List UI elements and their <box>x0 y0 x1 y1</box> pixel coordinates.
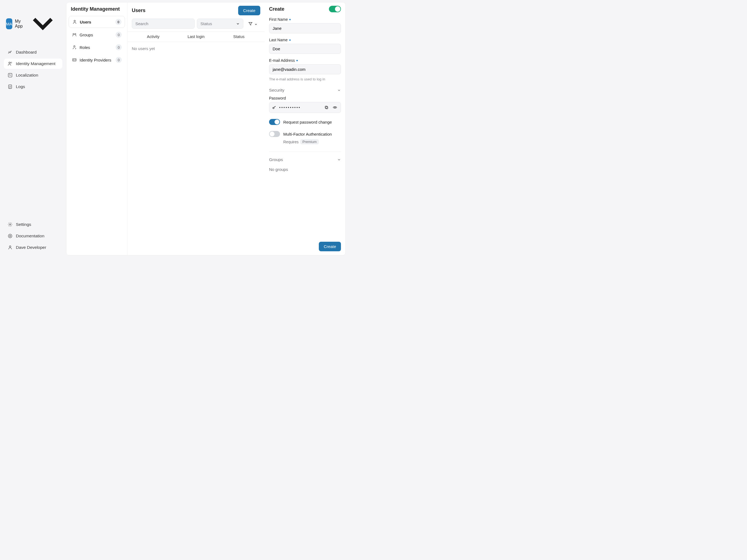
eye-icon <box>333 105 337 110</box>
svg-point-8 <box>74 20 75 22</box>
required-indicator <box>289 19 291 20</box>
groups-section[interactable]: Groups <box>269 153 341 162</box>
svg-point-9 <box>73 34 74 35</box>
main-title: Users <box>132 8 146 14</box>
key-icon <box>272 105 277 110</box>
nav-label: Dashboard <box>16 50 36 55</box>
svg-point-0 <box>9 62 10 63</box>
nav-label: Identity Management <box>16 61 55 66</box>
last-name-label: Last Name <box>269 38 341 42</box>
filter-button[interactable] <box>246 19 260 28</box>
svg-rect-16 <box>325 106 327 108</box>
chevron-down-icon <box>25 6 60 42</box>
subnav-roles[interactable]: Roles 0 <box>69 42 125 53</box>
sidebar: MA My App Dashboard Identity Management … <box>0 0 66 258</box>
nav-logs[interactable]: Logs <box>4 81 62 92</box>
footer-user[interactable]: Dave Developer <box>4 242 62 253</box>
nav-label: Logs <box>16 84 25 89</box>
col-activity: Activity <box>132 34 175 39</box>
subnav-label: Users <box>80 20 91 24</box>
users-icon <box>8 61 12 66</box>
subnav-label: Identity Providers <box>80 58 111 62</box>
chevron-down-icon <box>236 22 240 26</box>
reveal-button[interactable] <box>332 104 338 110</box>
chevron-down-icon <box>337 158 341 161</box>
copy-button[interactable] <box>324 105 329 110</box>
primary-nav: Dashboard Identity Management Localizati… <box>4 47 62 92</box>
user-icon <box>8 245 12 250</box>
chevron-down-icon <box>337 88 341 92</box>
help-icon <box>8 233 12 238</box>
app-name: My App <box>15 19 23 29</box>
required-indicator <box>289 40 291 41</box>
chart-icon <box>8 50 12 55</box>
password-input[interactable]: •••••••••• <box>269 102 341 113</box>
footer-label: Documentation <box>16 233 44 238</box>
role-icon <box>72 45 77 50</box>
groups-empty: No groups <box>269 167 341 172</box>
footer-docs[interactable]: Documentation <box>4 231 62 241</box>
mfa-sublabel: Requires Premium <box>283 139 341 144</box>
count-badge: 0 <box>115 44 122 50</box>
last-name-input[interactable] <box>269 44 341 54</box>
app-switcher[interactable]: MA My App <box>4 5 62 43</box>
id-card-icon <box>72 57 77 62</box>
table-header: Activity Last login Status <box>127 31 265 42</box>
create-button[interactable]: Create <box>238 6 260 15</box>
chevron-down-icon <box>254 22 258 25</box>
status-placeholder: Status <box>200 21 212 26</box>
svg-rect-15 <box>326 107 328 109</box>
clipboard-icon <box>8 84 12 89</box>
svg-point-17 <box>334 107 335 108</box>
subnav-label: Roles <box>80 45 90 50</box>
subnav-idp[interactable]: Identity Providers 0 <box>69 54 125 66</box>
count-badge: 0 <box>115 57 122 63</box>
svg-point-13 <box>73 59 74 60</box>
app-avatar: MA <box>6 18 12 29</box>
col-last-login: Last login <box>175 34 217 39</box>
enabled-toggle[interactable] <box>329 6 341 12</box>
copy-icon <box>324 105 329 110</box>
password-mask: •••••••••• <box>279 105 321 110</box>
globe-icon <box>8 73 12 78</box>
svg-point-6 <box>9 235 11 237</box>
form-title: Create <box>269 6 284 12</box>
mfa-label: Multi-Factor Authentication <box>283 132 332 136</box>
subnav-groups[interactable]: Groups 0 <box>69 29 125 41</box>
subnav-title: Identity Management <box>67 2 127 16</box>
search-input[interactable] <box>132 19 195 29</box>
svg-point-11 <box>74 46 75 47</box>
footer-settings[interactable]: Settings <box>4 219 62 230</box>
empty-state: No users yet <box>127 42 265 55</box>
gear-icon <box>8 222 12 227</box>
security-section[interactable]: Security <box>269 83 341 93</box>
password-label: Password <box>269 96 341 100</box>
svg-point-1 <box>11 62 12 63</box>
email-label: E-mail Address <box>269 58 341 62</box>
subnav-users[interactable]: Users 0 <box>69 16 125 28</box>
email-helper: The e-mail address is used to log in <box>269 77 341 81</box>
nav-dashboard[interactable]: Dashboard <box>4 47 62 57</box>
email-input[interactable] <box>269 64 341 74</box>
nav-localization[interactable]: Localization <box>4 70 62 80</box>
subnav-label: Groups <box>80 32 93 37</box>
first-name-input[interactable] <box>269 23 341 33</box>
svg-point-14 <box>273 107 274 109</box>
subnav-panel: Identity Management Users 0 Groups 0 Rol… <box>66 2 127 255</box>
pw-change-toggle[interactable] <box>269 119 280 125</box>
nav-identity-mgmt[interactable]: Identity Management <box>4 58 62 69</box>
submit-button[interactable]: Create <box>319 242 341 251</box>
required-indicator <box>297 60 298 61</box>
nav-label: Localization <box>16 73 38 78</box>
user-icon <box>72 19 77 24</box>
group-icon <box>72 32 77 37</box>
count-badge: 0 <box>115 19 121 25</box>
count-badge: 0 <box>115 32 122 38</box>
first-name-label: First Name <box>269 17 341 22</box>
pw-change-label: Request password change <box>283 120 332 124</box>
premium-badge: Premium <box>300 139 319 144</box>
mfa-toggle[interactable] <box>269 131 280 137</box>
svg-point-5 <box>8 234 12 238</box>
status-select[interactable]: Status <box>197 19 243 29</box>
col-status: Status <box>217 34 260 39</box>
